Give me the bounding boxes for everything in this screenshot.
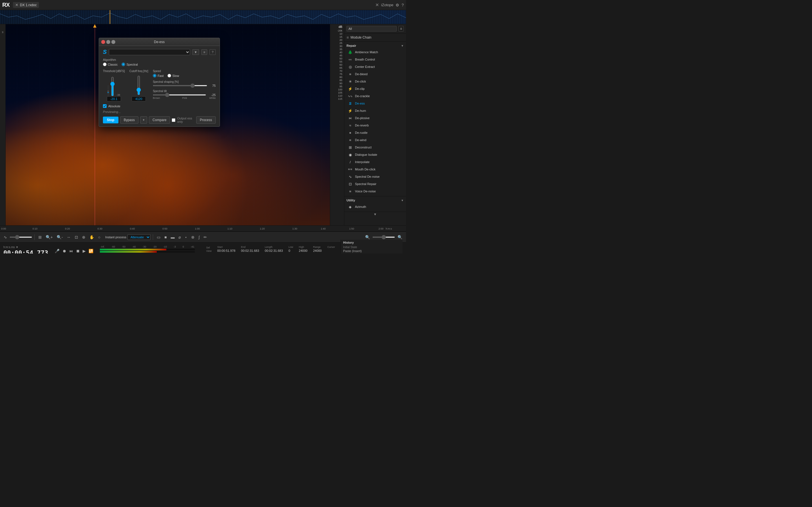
module-item-center-extract[interactable]: ◎ Center Extract	[347, 63, 404, 70]
module-item-dialogue-isolate[interactable]: ◉ Dialogue Isolate	[347, 151, 404, 158]
instant-process-select[interactable]: Attenuate	[128, 234, 151, 240]
dialogue-isolate-icon: ◉	[348, 152, 353, 157]
history-item-1[interactable]: Gain	[343, 253, 400, 253]
mic-btn[interactable]: 🎤	[54, 248, 60, 254]
zoom-out-btn[interactable]: 🔍-	[55, 234, 64, 240]
pan-btn[interactable]: ✋	[88, 234, 96, 240]
module-item-de-bleed[interactable]: ≋ De-bleed	[347, 70, 404, 78]
fast-radio[interactable]	[153, 74, 156, 77]
brush-sel-btn[interactable]: ∫	[197, 234, 201, 240]
absolute-checkbox-row: Absolute	[103, 104, 216, 108]
fast-radio-item[interactable]: Fast	[153, 74, 163, 77]
lasso-sel-btn[interactable]: ⌀	[177, 234, 182, 240]
zoom-out-spectral-btn[interactable]: 🔍	[396, 234, 404, 240]
initial-state-item[interactable]: Initial State	[343, 245, 400, 249]
zoom-horizontal-slider[interactable]	[10, 237, 32, 238]
rect-sel-btn[interactable]: ■	[163, 234, 168, 240]
classic-radio[interactable]	[103, 62, 107, 66]
de-rustle-label: De-rustle	[355, 131, 368, 134]
preset-dropdown-button[interactable]: ▼	[192, 49, 199, 55]
plus-button[interactable]: +	[140, 116, 147, 124]
utility-section-header[interactable]: Utility ▼	[347, 198, 404, 203]
de-clip-icon: ⚡	[348, 86, 353, 91]
zoom-vertical-slider[interactable]	[372, 237, 395, 238]
module-item-mouth-de-click[interactable]: ≋≋ Mouth De-click	[347, 166, 404, 173]
module-item-de-click[interactable]: ✳ De-click	[347, 78, 404, 85]
zoom-sel-btn[interactable]: ⊡	[73, 234, 80, 240]
spectral-radio[interactable]	[121, 62, 125, 66]
cutoff-value[interactable]: 4120	[132, 96, 146, 101]
pink-label: Pink	[182, 97, 187, 100]
zoom-fit-btn[interactable]: ↔	[65, 234, 72, 240]
harmonic-sel-btn[interactable]: ⊗	[190, 234, 196, 240]
classic-radio-item[interactable]: Classic	[103, 62, 117, 66]
panel-view-toggle[interactable]: ≡	[398, 26, 404, 32]
file-tab[interactable]: ✕ DX 1.rxdoc	[13, 2, 39, 8]
magic-wand-btn[interactable]: ⋆	[183, 234, 189, 240]
dialog-help-button[interactable]: ?	[209, 49, 216, 55]
stop-button[interactable]: Stop	[103, 117, 118, 123]
module-item-de-plosive[interactable]: ⋈ De-plosive	[347, 114, 404, 122]
absolute-checkbox[interactable]	[103, 104, 107, 108]
snap-btn[interactable]: ⊞	[37, 234, 43, 240]
slow-radio[interactable]	[167, 74, 171, 77]
play-btn[interactable]: ▶	[82, 248, 87, 254]
threshold-slider[interactable]	[110, 76, 115, 96]
module-search-input[interactable]	[347, 26, 397, 32]
waveform-view-btn[interactable]: ∿	[2, 234, 8, 240]
pencil-btn[interactable]: ✏	[202, 234, 208, 240]
dialog-minimize-button[interactable]	[106, 40, 110, 44]
module-item-de-rustle[interactable]: ⋇ De-rustle	[347, 129, 404, 136]
compare-button[interactable]: Compare	[149, 116, 170, 124]
spectrogram-area[interactable]: De-ess S ▼ ≡ ? Algorithm	[6, 24, 330, 225]
waveform-overview[interactable]	[0, 10, 406, 24]
threshold-value[interactable]: -20.1	[107, 96, 121, 101]
settings-icon[interactable]: ⚙	[396, 3, 399, 7]
module-item-interpolate[interactable]: / Interpolate	[347, 158, 404, 166]
dialog-close-button[interactable]	[101, 40, 105, 44]
module-item-ambience-match[interactable]: 🌲 Ambience Match	[347, 48, 404, 56]
shaping-slider[interactable]	[153, 85, 207, 86]
module-item-de-crackle[interactable]: ∿∿ De-crackle	[347, 93, 404, 100]
cutoff-slider[interactable]	[136, 75, 142, 95]
module-item-de-ess[interactable]: S De-ess	[347, 100, 404, 107]
preset-select[interactable]	[109, 49, 190, 55]
module-chain-button[interactable]: ≡ Module Chain	[344, 34, 406, 42]
lasso-btn[interactable]: ○	[97, 234, 102, 240]
stop-transport-btn[interactable]: ⏹	[75, 248, 81, 254]
timecode-format[interactable]: h:m:s.ms ▼	[3, 245, 48, 249]
module-item-de-clip[interactable]: ⚡ De-clip	[347, 85, 404, 93]
module-item-de-hum[interactable]: ⚡ De-hum	[347, 107, 404, 114]
deess-dialog-window[interactable]: De-ess S ▼ ≡ ? Algorithm	[99, 38, 220, 127]
high-values: High 24000	[299, 245, 308, 254]
slow-radio-item[interactable]: Slow	[167, 74, 179, 77]
module-item-azimuth[interactable]: ◈ Azimuth	[347, 203, 404, 210]
output-ess-checkbox[interactable]	[172, 118, 175, 122]
module-item-spectral-repair[interactable]: ⊡ Spectral Repair	[347, 180, 404, 187]
help-icon[interactable]: ?	[402, 3, 404, 7]
bypass-button[interactable]: Bypass	[120, 116, 139, 124]
spectral-radio-item[interactable]: Spectral	[121, 62, 138, 66]
module-item-voice-denoise[interactable]: ≋ Voice De-noise	[347, 187, 404, 195]
module-item-breath-control[interactable]: ≈≈ Breath Control	[347, 56, 404, 63]
loop-btn[interactable]: 🔁	[88, 248, 94, 254]
dialog-maximize-button[interactable]	[111, 40, 115, 44]
process-button[interactable]: Process	[196, 116, 216, 124]
zoom-in-spectral-btn[interactable]: 🔍	[364, 234, 371, 240]
selection-btn[interactable]: ▭	[155, 234, 162, 240]
module-item-deconstruct[interactable]: ⊞ Deconstruct	[347, 144, 404, 151]
repair-section-header[interactable]: Repair ▼	[347, 43, 404, 48]
ellipse-sel-btn[interactable]: ▬	[169, 234, 176, 240]
panel-scroll-down[interactable]: ▼	[344, 212, 406, 217]
record-btn[interactable]: ⏺	[61, 248, 67, 254]
zoom-in-btn[interactable]: 🔍+	[44, 234, 54, 240]
zoom-mag-btn[interactable]: ⊕	[81, 234, 87, 240]
tilt-slider[interactable]	[153, 94, 206, 96]
module-item-spectral-denoise[interactable]: ∿ Spectral De-noise	[347, 173, 404, 180]
history-item-0[interactable]: Paste (Insert)	[343, 249, 400, 253]
module-item-de-reverb[interactable]: ≈ De-reverb	[347, 122, 404, 129]
skip-back-btn[interactable]: ⏮	[68, 248, 74, 254]
preset-list-button[interactable]: ≡	[201, 49, 207, 55]
module-item-de-wind[interactable]: ≋ De-wind	[347, 136, 404, 144]
file-close-icon[interactable]: ✕	[15, 3, 18, 7]
